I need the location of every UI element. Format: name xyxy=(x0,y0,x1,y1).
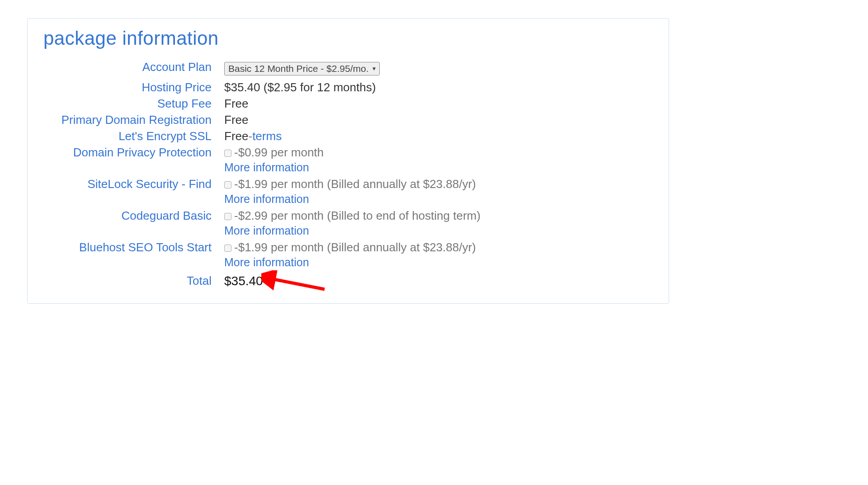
domain-privacy-price: $0.99 per month xyxy=(238,146,324,160)
svg-line-1 xyxy=(269,278,325,289)
row-seo-tools: Bluehost SEO Tools Start - $1.99 per mon… xyxy=(43,240,653,254)
row-sitelock-more: More information xyxy=(43,193,653,206)
label-ssl: Let's Encrypt SSL xyxy=(43,128,224,143)
sitelock-dash: - xyxy=(234,177,238,191)
codeguard-dash: - xyxy=(234,209,238,223)
sitelock-more-info-link[interactable]: More information xyxy=(224,193,309,206)
row-codeguard: Codeguard Basic - $2.99 per month (Bille… xyxy=(43,208,653,223)
value-setup-fee: Free xyxy=(224,96,248,111)
codeguard-price: $2.99 per month (Billed to end of hostin… xyxy=(238,209,481,223)
value-domain-privacy: - $0.99 per month xyxy=(224,145,324,160)
value-codeguard: - $2.99 per month (Billed to end of host… xyxy=(224,208,481,223)
label-sitelock: SiteLock Security - Find xyxy=(43,176,224,191)
domain-privacy-checkbox[interactable] xyxy=(224,150,231,157)
value-ssl: Free - terms xyxy=(224,128,282,143)
seo-tools-more-info-link[interactable]: More information xyxy=(224,256,309,269)
row-seo-tools-more: More information xyxy=(43,256,653,269)
value-sitelock: - $1.99 per month (Billed annually at $2… xyxy=(224,176,476,191)
value-account-plan: Basic 12 Month Price - $2.95/mo. ▼ xyxy=(224,59,380,78)
chevron-down-icon: ▼ xyxy=(371,66,377,72)
seo-tools-dash: - xyxy=(234,240,238,254)
sitelock-checkbox[interactable] xyxy=(224,181,231,188)
domain-privacy-dash: - xyxy=(234,146,238,160)
row-sitelock: SiteLock Security - Find - $1.99 per mon… xyxy=(43,176,653,191)
value-seo-tools: - $1.99 per month (Billed annually at $2… xyxy=(224,240,476,254)
domain-privacy-more-info-link[interactable]: More information xyxy=(224,161,309,174)
ssl-free-text: Free xyxy=(224,129,248,143)
label-codeguard: Codeguard Basic xyxy=(43,208,224,223)
row-domain-privacy-more: More information xyxy=(43,161,653,174)
ssl-dash: - xyxy=(248,129,252,143)
account-plan-select[interactable]: Basic 12 Month Price - $2.95/mo. ▼ xyxy=(224,62,380,75)
value-hosting-price: $35.40 ($2.95 for 12 months) xyxy=(224,80,376,94)
label-total: Total xyxy=(43,273,224,288)
ssl-terms-link[interactable]: terms xyxy=(252,129,282,143)
panel-title: package information xyxy=(43,28,653,49)
annotation-arrow-icon xyxy=(261,270,334,297)
account-plan-select-value: Basic 12 Month Price - $2.95/mo. xyxy=(228,63,368,74)
codeguard-more-info-link[interactable]: More information xyxy=(224,224,309,237)
label-hosting-price: Hosting Price xyxy=(43,80,224,94)
label-account-plan: Account Plan xyxy=(43,59,224,74)
package-information-panel: package information Account Plan Basic 1… xyxy=(27,18,669,304)
row-account-plan: Account Plan Basic 12 Month Price - $2.9… xyxy=(43,59,653,78)
value-total-wrap: $35.40 xyxy=(224,273,263,288)
row-total: Total $35.40 xyxy=(43,273,653,288)
row-hosting-price: Hosting Price $35.40 ($2.95 for 12 month… xyxy=(43,80,653,94)
label-setup-fee: Setup Fee xyxy=(43,96,224,111)
seo-tools-checkbox[interactable] xyxy=(224,245,231,252)
row-ssl: Let's Encrypt SSL Free - terms xyxy=(43,128,653,143)
label-seo-tools: Bluehost SEO Tools Start xyxy=(43,240,224,254)
label-primary-domain: Primary Domain Registration xyxy=(43,112,224,127)
total-value: $35.40 xyxy=(224,274,263,288)
row-setup-fee: Setup Fee Free xyxy=(43,96,653,111)
codeguard-checkbox[interactable] xyxy=(224,213,231,220)
row-codeguard-more: More information xyxy=(43,224,653,237)
seo-tools-price: $1.99 per month (Billed annually at $23.… xyxy=(238,240,476,254)
value-primary-domain: Free xyxy=(224,112,248,127)
row-domain-privacy: Domain Privacy Protection - $0.99 per mo… xyxy=(43,145,653,160)
sitelock-price: $1.99 per month (Billed annually at $23.… xyxy=(238,177,476,191)
label-domain-privacy: Domain Privacy Protection xyxy=(43,145,224,160)
row-primary-domain: Primary Domain Registration Free xyxy=(43,112,653,127)
